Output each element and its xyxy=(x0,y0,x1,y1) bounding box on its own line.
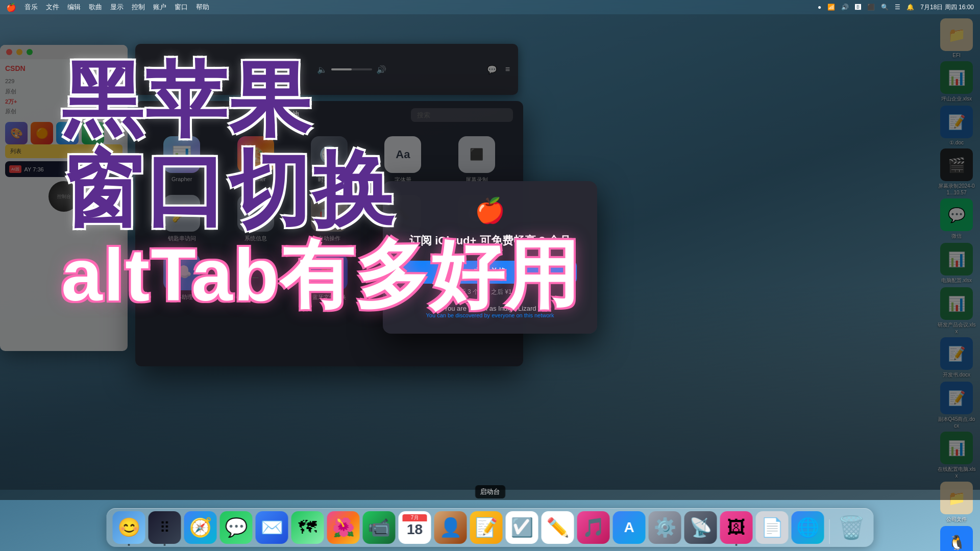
dock-facetime[interactable]: 📹 xyxy=(363,511,396,544)
menu-controlcenter[interactable]: ☰ xyxy=(895,4,900,11)
menu-edit[interactable]: 编辑 xyxy=(67,3,81,12)
menu-song[interactable]: 歌曲 xyxy=(89,3,102,12)
icloud-apple-icon: 🍎 xyxy=(403,196,577,225)
dock-reminders[interactable]: ☑️ xyxy=(506,511,538,544)
menu-volume[interactable]: 🔊 xyxy=(841,4,849,11)
menu-control[interactable]: 控制 xyxy=(132,3,145,12)
icloud-trial-note: 听 3 个月，之后 ¥11... xyxy=(403,288,577,296)
menu-window[interactable]: 窗口 xyxy=(175,3,188,12)
menubar-left: 🍎 音乐 文件 编辑 歌曲 显示 控制 账户 窗口 帮助 xyxy=(6,3,209,12)
dock-textedit[interactable]: 📄 xyxy=(756,511,789,544)
icloud-popup: 🍎 订阅 iCloud+ 可免费畅享 3 个月 立即兑换 听 3 个月，之后 ¥… xyxy=(383,181,597,334)
dock-mail[interactable]: ✉️ xyxy=(256,511,288,544)
dock-freeform[interactable]: ✏️ xyxy=(542,511,574,544)
dock-dot-preview xyxy=(736,544,738,546)
dock: 启动台 😊 ⠿ 🧭 💬 ✉️ 🗺 🌺 📹 7月 18 👤 📝 ☑️ ✏️ 🎵 A… xyxy=(107,508,874,547)
icloud-network-sub: You can be discovered by everyone on thi… xyxy=(403,312,577,318)
dock-airplay[interactable]: 📡 xyxy=(684,511,717,544)
menu-notification[interactable]: 🔔 xyxy=(906,4,914,11)
menubar-right: ● 📶 🔊 🅱 ⬛ 🔍 ☰ 🔔 7月18日 周四 16:00 xyxy=(818,3,974,12)
icloud-title: 订阅 iCloud+ 可免费畅享 3 个月 xyxy=(403,233,577,248)
dock-dot-launchpad xyxy=(164,544,166,546)
dock-photos[interactable]: 🌺 xyxy=(327,511,360,544)
menu-wifi: 📶 xyxy=(827,4,835,11)
dock-finder[interactable]: 😊 xyxy=(113,511,145,544)
icloud-redeem-button[interactable]: 立即兑换 xyxy=(403,261,577,284)
menu-spotlight[interactable]: 🔍 xyxy=(881,4,889,11)
menu-help[interactable]: 帮助 xyxy=(196,3,209,12)
dock-systemprefs[interactable]: ⚙️ xyxy=(649,511,681,544)
dock-messages[interactable]: 💬 xyxy=(220,511,253,544)
dock-music[interactable]: 🎵 xyxy=(577,511,610,544)
dock-dot-finder xyxy=(128,544,130,546)
menubar: 🍎 音乐 文件 编辑 歌曲 显示 控制 账户 窗口 帮助 ● 📶 🔊 🅱 ⬛ 🔍… xyxy=(0,0,980,14)
menu-bluetooth: 🅱 xyxy=(855,4,861,11)
desktop-icon-qq[interactable]: 🐧 QQ xyxy=(937,526,976,551)
menu-music[interactable]: 音乐 xyxy=(24,3,38,12)
main-content: CSDN 229 原创 2万+ 原创 🎨 🟠 🔵 🟢 列表 AI园 AY 7:3… xyxy=(0,14,980,500)
dock-contacts[interactable]: 👤 xyxy=(434,511,467,544)
dock-safari2[interactable]: 🌐 xyxy=(792,511,824,544)
dock-safari[interactable]: 🧭 xyxy=(184,511,217,544)
dock-calendar[interactable]: 7月 18 xyxy=(399,511,431,544)
menu-battery: ● xyxy=(818,4,821,11)
dock-tooltip: 启动台 xyxy=(475,485,505,498)
icloud-overlay[interactable]: 🍎 订阅 iCloud+ 可免费畅享 3 个月 立即兑换 听 3 个月，之后 ¥… xyxy=(0,14,980,500)
dock-trash[interactable]: 🗑️ xyxy=(835,511,868,544)
dock-divider xyxy=(829,519,830,544)
menu-view[interactable]: 显示 xyxy=(110,3,124,12)
dock-appstore[interactable]: A xyxy=(613,511,646,544)
icloud-network-status: You are known as Indigo Lizard xyxy=(403,305,577,312)
dock-preview[interactable]: 🖼 xyxy=(720,511,753,544)
dock-notes[interactable]: 📝 xyxy=(470,511,503,544)
apple-menu[interactable]: 🍎 xyxy=(6,3,16,12)
menu-datetime: 7月18日 周四 16:00 xyxy=(920,3,974,12)
menu-display: ⬛ xyxy=(867,4,875,11)
menu-file[interactable]: 文件 xyxy=(46,3,59,12)
dock-launchpad[interactable]: ⠿ xyxy=(149,511,181,544)
menu-account[interactable]: 账户 xyxy=(153,3,166,12)
dock-maps[interactable]: 🗺 xyxy=(291,511,324,544)
